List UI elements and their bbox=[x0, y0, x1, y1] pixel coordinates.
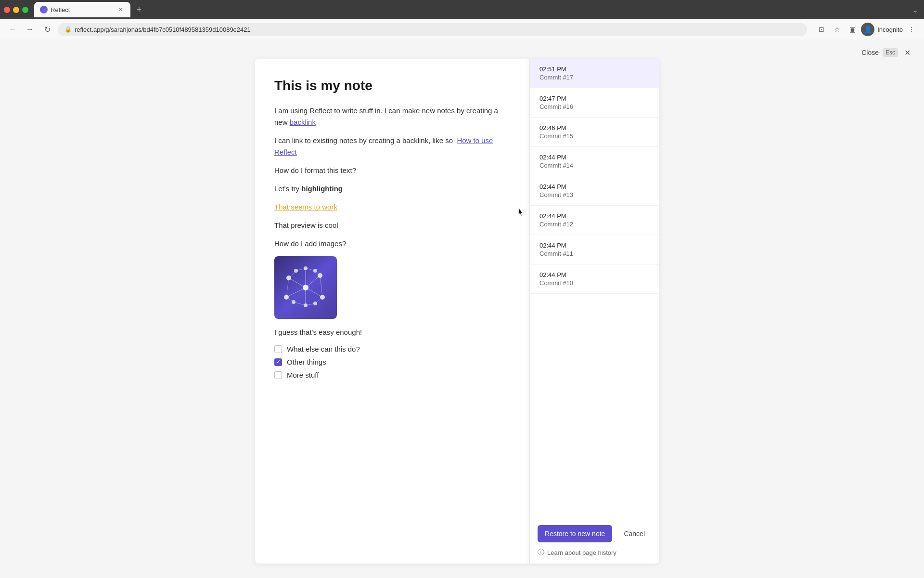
restore-button[interactable]: Restore to new note bbox=[538, 525, 612, 542]
tab-bar: Reflect ✕ + ⌄ bbox=[0, 0, 924, 19]
svg-line-20 bbox=[286, 297, 294, 302]
checkbox-list: What else can this do? ✓ Other things Mo… bbox=[274, 345, 510, 379]
cast-btn[interactable]: ⊡ bbox=[815, 23, 828, 36]
history-item-1[interactable]: 02:47 PM Commit #16 bbox=[530, 88, 659, 118]
back-btn[interactable]: ← bbox=[6, 23, 19, 36]
note-title: This is my note bbox=[274, 78, 510, 93]
checkbox-item-1: What else can this do? bbox=[274, 345, 510, 353]
bookmark-btn[interactable]: ☆ bbox=[830, 23, 844, 36]
history-item-5[interactable]: 02:44 PM Commit #12 bbox=[530, 206, 659, 235]
window-maximize-btn[interactable] bbox=[22, 7, 28, 13]
checkbox-3[interactable] bbox=[274, 371, 282, 379]
checkbox-1[interactable] bbox=[274, 345, 282, 353]
reload-btn[interactable]: ↻ bbox=[40, 23, 54, 36]
history-item-0[interactable]: 02:51 PM Commit #17 bbox=[530, 59, 659, 88]
tab-title: Reflect bbox=[51, 6, 114, 13]
page-content: Close Esc ✕ This is my note I am using R… bbox=[0, 39, 924, 578]
note-body: I am using Reflect to write stuff in. I … bbox=[274, 105, 510, 379]
checkbox-label-3: More stuff bbox=[287, 371, 319, 379]
active-tab[interactable]: Reflect ✕ bbox=[34, 2, 130, 17]
browser-chrome: Reflect ✕ + ⌄ ← → ↻ 🔒 reflect.app/g/sara… bbox=[0, 0, 924, 39]
history-item-3[interactable]: 02:44 PM Commit #14 bbox=[530, 147, 659, 176]
svg-line-19 bbox=[320, 276, 322, 297]
note-paragraph-8: I guess that's easy enough! bbox=[274, 327, 510, 338]
toolbar-right: ⊡ ☆ ▣ 👤 Incognito ⋮ bbox=[815, 23, 918, 36]
note-paragraph-1: I am using Reflect to write stuff in. I … bbox=[274, 105, 510, 128]
checkbox-label-2: Other things bbox=[287, 358, 326, 366]
tab-overflow-btn[interactable]: ⌄ bbox=[910, 3, 920, 16]
backlink[interactable]: backlink bbox=[290, 118, 316, 126]
close-label: Close bbox=[861, 49, 879, 56]
history-time-4: 02:44 PM bbox=[539, 183, 650, 190]
window-minimize-btn[interactable] bbox=[13, 7, 19, 13]
history-time-6: 02:44 PM bbox=[539, 242, 650, 249]
history-item-6[interactable]: 02:44 PM Commit #11 bbox=[530, 235, 659, 264]
history-sidebar: 02:51 PM Commit #17 02:47 PM Commit #16 … bbox=[529, 59, 659, 564]
note-paragraph-2: I can link to existing notes by creating… bbox=[274, 135, 510, 158]
tab-close-btn[interactable]: ✕ bbox=[117, 6, 125, 13]
menu-btn[interactable]: ⋮ bbox=[905, 23, 918, 36]
url-bar[interactable]: 🔒 reflect.app/g/sarahjonas/bd4fb7c0510f4… bbox=[58, 23, 807, 36]
history-time-5: 02:44 PM bbox=[539, 212, 650, 220]
checkbox-label-1: What else can this do? bbox=[287, 345, 360, 353]
close-bar: Close Esc ✕ bbox=[861, 47, 912, 58]
incognito-avatar: 👤 bbox=[861, 23, 874, 36]
window-controls bbox=[4, 7, 28, 13]
note-paragraph-3: How do I format this text? bbox=[274, 165, 510, 176]
history-item-7[interactable]: 02:44 PM Commit #10 bbox=[530, 264, 659, 294]
incognito-area[interactable]: 👤 Incognito bbox=[861, 23, 903, 36]
svg-line-11 bbox=[289, 278, 306, 288]
history-commit-5: Commit #12 bbox=[539, 221, 650, 228]
history-time-7: 02:44 PM bbox=[539, 271, 650, 278]
svg-line-12 bbox=[306, 276, 320, 288]
address-bar: ← → ↻ 🔒 reflect.app/g/sarahjonas/bd4fb7c… bbox=[0, 19, 924, 39]
history-commit-2: Commit #15 bbox=[539, 132, 650, 140]
svg-line-26 bbox=[286, 278, 289, 297]
history-commit-4: Commit #13 bbox=[539, 191, 650, 198]
sidebar-toggle-btn[interactable]: ▣ bbox=[846, 23, 859, 36]
incognito-label: Incognito bbox=[877, 26, 903, 33]
window-close-btn[interactable] bbox=[4, 7, 10, 13]
lock-icon: 🔒 bbox=[64, 26, 72, 33]
info-icon: ⓘ bbox=[538, 548, 544, 557]
forward-btn[interactable]: → bbox=[23, 23, 37, 36]
history-list: 02:51 PM Commit #17 02:47 PM Commit #16 … bbox=[530, 59, 659, 518]
highlight-link[interactable]: That seems to work bbox=[274, 203, 337, 211]
checkbox-2[interactable]: ✓ bbox=[274, 358, 282, 366]
svg-line-18 bbox=[315, 271, 320, 276]
url-text: reflect.app/g/sarahjonas/bd4fb7c0510f489… bbox=[75, 26, 800, 33]
sidebar-footer: Restore to new note Cancel ⓘ Learn about… bbox=[530, 518, 659, 564]
note-paragraph-5: That seems to work bbox=[274, 201, 510, 213]
history-commit-0: Commit #17 bbox=[539, 74, 650, 81]
note-image bbox=[274, 256, 337, 319]
learn-link-label: Learn about page history bbox=[547, 549, 616, 556]
note-image-container bbox=[274, 256, 510, 319]
note-card: This is my note I am using Reflect to wr… bbox=[255, 59, 529, 564]
history-time-2: 02:46 PM bbox=[539, 124, 650, 131]
learn-link[interactable]: ⓘ Learn about page history bbox=[538, 548, 652, 557]
history-time-1: 02:47 PM bbox=[539, 95, 650, 102]
svg-line-13 bbox=[306, 288, 322, 297]
note-paragraph-7: How do I add images? bbox=[274, 238, 510, 250]
note-paragraph-6: That preview is cool bbox=[274, 220, 510, 231]
main-layout: This is my note I am using Reflect to wr… bbox=[255, 59, 669, 564]
sidebar-actions: Restore to new note Cancel bbox=[538, 525, 652, 542]
history-commit-7: Commit #10 bbox=[539, 279, 650, 287]
checkbox-item-3: More stuff bbox=[274, 371, 510, 379]
history-time-0: 02:51 PM bbox=[539, 66, 650, 73]
close-x-btn[interactable]: ✕ bbox=[902, 47, 912, 58]
history-commit-6: Commit #11 bbox=[539, 250, 650, 257]
history-item-2[interactable]: 02:46 PM Commit #15 bbox=[530, 118, 659, 147]
note-paragraph-4: Let's try highlighting bbox=[274, 183, 510, 195]
cancel-button[interactable]: Cancel bbox=[617, 525, 652, 542]
network-graph-svg bbox=[279, 261, 332, 314]
history-commit-1: Commit #16 bbox=[539, 103, 650, 110]
checkbox-item-2: ✓ Other things bbox=[274, 358, 510, 366]
history-commit-3: Commit #14 bbox=[539, 162, 650, 169]
tab-favicon bbox=[40, 6, 48, 13]
highlighting-text: highlighting bbox=[301, 184, 343, 193]
esc-badge: Esc bbox=[883, 48, 898, 57]
svg-line-17 bbox=[289, 271, 296, 278]
new-tab-btn[interactable]: + bbox=[132, 3, 146, 16]
history-item-4[interactable]: 02:44 PM Commit #13 bbox=[530, 176, 659, 206]
